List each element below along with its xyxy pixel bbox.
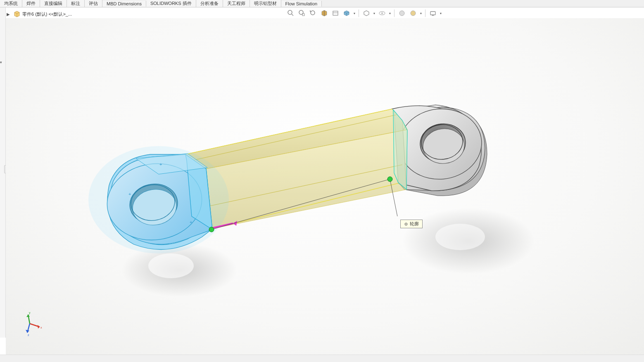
svg-line-1: [292, 14, 293, 16]
breadcrumb-expand-icon[interactable]: ▶: [7, 12, 11, 16]
tab-flow-simulation[interactable]: Flow Simulation: [281, 1, 322, 7]
zoom-area-icon[interactable]: [297, 8, 307, 18]
breadcrumb-part-name[interactable]: 零件6 (默认) <<默认>_...: [22, 11, 72, 17]
svg-marker-42: [26, 330, 29, 333]
tooltip-text: 轮廓: [410, 221, 419, 227]
panel-expand-arrow-icon[interactable]: ▾: [0, 60, 4, 64]
svg-point-14: [148, 253, 194, 278]
tab-evaluate[interactable]: 评估: [85, 0, 102, 7]
graphics-viewport[interactable]: + + + 轮廓: [6, 18, 644, 355]
tab-mbd-dimensions[interactable]: MBD Dimensions: [102, 1, 146, 7]
separator: [425, 9, 425, 17]
tab-tiangong[interactable]: 天工程师: [223, 0, 250, 7]
section-view-icon[interactable]: [319, 8, 329, 18]
svg-point-16: [435, 224, 485, 250]
edit-appearance-icon[interactable]: [397, 8, 407, 18]
svg-text:+: +: [159, 162, 162, 167]
tab-weldments[interactable]: 焊件: [22, 0, 40, 7]
tab-annotation[interactable]: 标注: [67, 0, 85, 7]
profile-tooltip: 轮廓: [400, 220, 423, 228]
heads-up-view-toolbar: ▼ ▼ ▼ ▼ ▼: [286, 8, 442, 18]
display-style-dropdown-icon[interactable]: ▼: [373, 8, 376, 18]
apply-scene-icon[interactable]: [408, 8, 418, 18]
tab-structure-system[interactable]: 均系统: [0, 0, 22, 7]
svg-rect-11: [430, 12, 435, 15]
view-settings-dropdown-icon[interactable]: ▼: [439, 8, 442, 18]
separator: [394, 9, 394, 17]
svg-rect-5: [333, 11, 338, 15]
tab-aluminum-profile[interactable]: 明示铝型材: [250, 0, 281, 7]
svg-point-36: [406, 224, 406, 225]
svg-marker-38: [38, 325, 40, 329]
svg-point-10: [411, 11, 416, 16]
loft-handle-start[interactable]: [209, 227, 214, 232]
svg-text:z: z: [28, 334, 29, 336]
svg-marker-40: [26, 315, 30, 317]
svg-text:y: y: [29, 311, 31, 315]
dynamic-annotation-icon[interactable]: [330, 8, 340, 18]
svg-text:+: +: [190, 220, 192, 225]
view-orientation-icon[interactable]: [342, 8, 352, 18]
loft-handle-end[interactable]: [387, 177, 392, 182]
previous-view-icon[interactable]: [308, 8, 318, 18]
orientation-triad[interactable]: y x z: [18, 311, 43, 336]
model-render: + + +: [6, 18, 644, 355]
svg-text:+: +: [128, 192, 131, 196]
display-style-icon[interactable]: [361, 8, 371, 18]
left-boss-body-selected: + + +: [88, 146, 229, 253]
tab-direct-edit[interactable]: 直接编辑: [40, 0, 67, 7]
view-orientation-dropdown-icon[interactable]: ▼: [353, 8, 356, 18]
svg-rect-12: [432, 15, 434, 16]
tab-analysis-prep[interactable]: 分析准备: [196, 0, 223, 7]
hide-show-dropdown-icon[interactable]: ▼: [388, 8, 392, 18]
svg-point-8: [381, 12, 383, 14]
part-icon: [13, 10, 21, 18]
svg-point-9: [399, 11, 404, 16]
separator: [359, 9, 359, 17]
view-settings-icon[interactable]: [428, 8, 438, 18]
profile-callout-icon: [404, 222, 408, 226]
breadcrumb: ▶ 零件6 (默认) <<默认>_...: [7, 9, 72, 19]
zoom-to-fit-icon[interactable]: [286, 8, 296, 18]
tab-solidworks-addins[interactable]: SOLIDWORKS 插件: [146, 0, 196, 7]
svg-point-0: [288, 10, 292, 14]
apply-scene-dropdown-icon[interactable]: ▼: [419, 8, 423, 18]
hide-show-icon[interactable]: [377, 8, 387, 18]
status-bar: [0, 355, 644, 362]
svg-text:x: x: [40, 326, 42, 329]
command-manager-tabs: 均系统 焊件 直接编辑 标注 评估 MBD Dimensions SOLIDWO…: [0, 0, 644, 7]
